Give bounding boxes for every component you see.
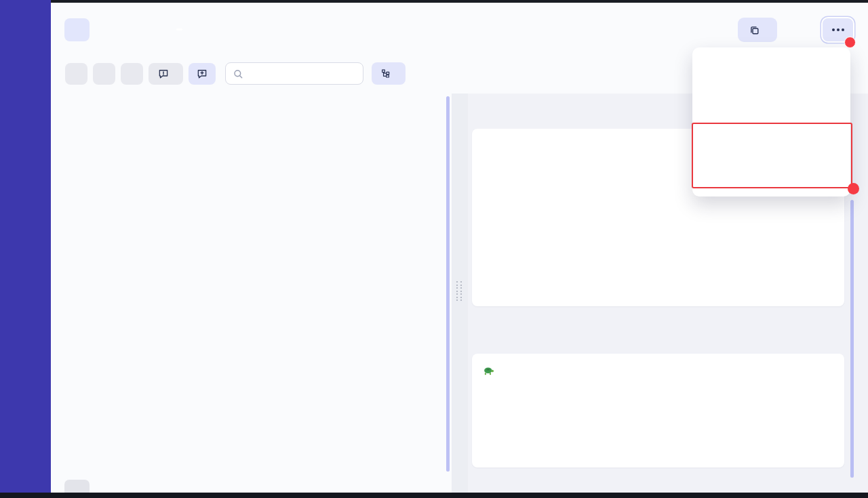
comment-alert-icon xyxy=(157,68,170,80)
more-actions-badge xyxy=(844,37,856,48)
window-top-edge xyxy=(51,0,868,3)
filter-passed-button[interactable] xyxy=(65,63,87,85)
test-list xyxy=(51,94,452,493)
copy-icon xyxy=(749,24,760,36)
comment-add-icon xyxy=(196,68,208,80)
comments-filter-button[interactable] xyxy=(149,63,183,85)
more-actions-menu xyxy=(692,47,850,196)
details-panel-scrollbar[interactable] xyxy=(850,200,854,478)
filter-skipped-button[interactable] xyxy=(121,63,143,85)
tree-view-icon xyxy=(380,68,391,79)
search-box xyxy=(225,62,363,85)
sidebar xyxy=(0,0,51,498)
search-icon xyxy=(233,68,243,79)
run-back-button[interactable] xyxy=(64,18,90,41)
filter-bar xyxy=(65,62,406,85)
panel-resize-handle[interactable] xyxy=(456,281,462,301)
add-comment-button[interactable] xyxy=(189,63,216,85)
panel-gutter xyxy=(452,94,468,493)
copy-link-button[interactable] xyxy=(738,18,777,42)
window-bottom-edge xyxy=(0,493,868,498)
analytics-card xyxy=(472,354,844,468)
search-input[interactable] xyxy=(248,68,356,79)
test-list-scrollbar[interactable] xyxy=(446,96,450,472)
slowest-tests-header xyxy=(483,366,835,376)
filter-failed-button[interactable] xyxy=(93,63,115,85)
turtle-icon xyxy=(483,366,494,376)
tree-view-button[interactable] xyxy=(372,62,406,85)
menu-highlight-badge xyxy=(848,183,859,194)
app-window xyxy=(0,0,868,498)
